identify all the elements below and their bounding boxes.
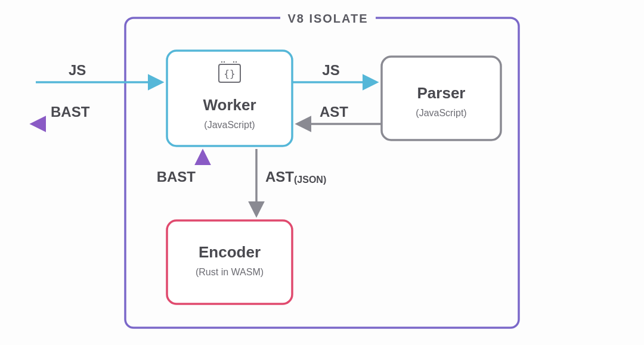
- edge-worker-encoder-small: (JSON): [294, 175, 326, 185]
- svg-text:{}: {}: [224, 68, 235, 79]
- parser-sub: (JavaScript): [416, 108, 466, 118]
- edge-worker-encoder: AST (JSON): [256, 149, 326, 215]
- encoder-node: Encoder (Rust in WASM): [167, 220, 292, 304]
- edge-worker-parser: JS: [292, 62, 376, 82]
- edge-bast-out-label: BAST: [51, 104, 90, 120]
- encoder-title: Encoder: [199, 243, 261, 261]
- edge-encoder-worker: BAST: [157, 152, 203, 220]
- edge-js-in: JS: [36, 62, 161, 82]
- worker-node: {} Worker (JavaScript): [167, 51, 292, 146]
- edge-parser-worker-label: AST: [320, 104, 348, 120]
- container-label: V8 ISOLATE: [287, 12, 368, 25]
- edge-worker-parser-label: JS: [322, 62, 339, 78]
- edge-worker-encoder-label: AST: [265, 169, 294, 185]
- svg-rect-8: [167, 220, 292, 304]
- parser-title: Parser: [417, 84, 466, 102]
- worker-sub: (JavaScript): [204, 120, 255, 130]
- edge-js-in-label: JS: [69, 62, 86, 78]
- parser-node: Parser (JavaScript): [382, 57, 501, 140]
- edge-bast-out: BAST: [33, 104, 167, 124]
- worker-title: Worker: [203, 96, 256, 114]
- architecture-diagram: V8 ISOLATE {} Worker (JavaScript) Parser…: [0, 0, 644, 345]
- encoder-sub: (Rust in WASM): [196, 267, 264, 277]
- edge-encoder-worker-label: BAST: [157, 169, 196, 185]
- edge-parser-worker: AST: [298, 104, 382, 124]
